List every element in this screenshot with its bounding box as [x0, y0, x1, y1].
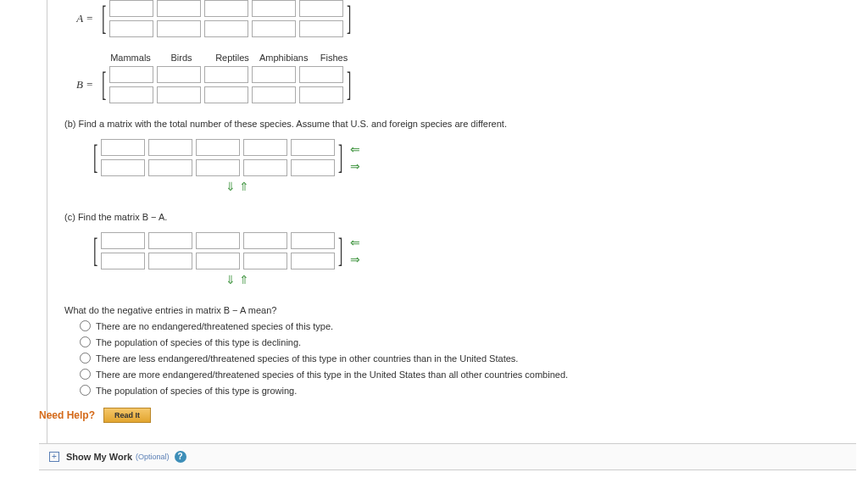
- radio-option-4[interactable]: [80, 385, 91, 396]
- bracket-right-icon: ]: [338, 142, 342, 173]
- matrix-b-cell[interactable]: [204, 66, 248, 83]
- matrix-b-row: B = [: [64, 66, 860, 103]
- radio-label: There are less endangered/threatened spe…: [96, 353, 518, 364]
- header-fishes: Fishes: [310, 53, 358, 63]
- bracket-left-icon: [: [93, 236, 97, 266]
- matrix-a: [: [98, 0, 355, 37]
- matrix-a-row: A = [: [64, 0, 860, 37]
- matrix-partb: [: [90, 139, 347, 176]
- matrix-partb-cell[interactable]: [196, 139, 240, 156]
- matrix-partc-cell[interactable]: [196, 253, 240, 269]
- matrix-partc-cell[interactable]: [291, 232, 335, 249]
- matrix-a-cell[interactable]: [252, 0, 296, 17]
- matrix-partc-cell[interactable]: [101, 253, 145, 269]
- show-my-work-bar[interactable]: + Show My Work (Optional) ?: [39, 443, 856, 470]
- matrix-a-cell[interactable]: [299, 0, 343, 17]
- help-icon[interactable]: ?: [175, 451, 186, 463]
- matrix-partb-cell[interactable]: [148, 159, 192, 176]
- header-reptiles: Reptiles: [209, 53, 256, 63]
- matrix-b-cell[interactable]: [299, 86, 343, 103]
- arrow-left-icon[interactable]: ⇐: [350, 236, 360, 249]
- bracket-left-icon: [: [102, 69, 106, 100]
- matrix-a-cell[interactable]: [204, 0, 248, 17]
- matrix-a-cell[interactable]: [252, 20, 296, 37]
- matrix-partb-cell[interactable]: [101, 139, 145, 156]
- arrow-up-icon[interactable]: ⇑: [239, 180, 249, 193]
- radio-label: The population of species of this type i…: [96, 337, 301, 347]
- matrix-partb-cell[interactable]: [196, 159, 240, 176]
- matrix-partc-cell[interactable]: [148, 253, 192, 269]
- matrix-partb-cell[interactable]: [148, 139, 192, 156]
- matrix-b-cell[interactable]: [299, 66, 343, 83]
- matrix-b-cell[interactable]: [109, 66, 153, 83]
- radio-label: The population of species of this type i…: [96, 386, 297, 396]
- matrix-b-cell[interactable]: [252, 66, 296, 83]
- matrix-a-label: A =: [64, 12, 93, 25]
- radio-option-2[interactable]: [80, 353, 91, 364]
- header-mammals: Mammals: [107, 53, 154, 63]
- matrix-partc-cell[interactable]: [196, 232, 240, 249]
- matrix-b-cell[interactable]: [204, 86, 248, 103]
- arrow-down-icon[interactable]: ⇓: [225, 273, 236, 286]
- radio-item: The population of species of this type i…: [80, 336, 860, 347]
- arrow-right-icon[interactable]: ⇒: [350, 253, 360, 266]
- matrix-partc-row: [: [90, 232, 860, 269]
- matrix-partb-cell[interactable]: [291, 159, 335, 176]
- radio-option-3[interactable]: [80, 369, 91, 380]
- part-c-prompt: (c) Find the matrix B − A.: [64, 212, 860, 222]
- matrix-b-label: B =: [64, 78, 93, 92]
- matrix-a-cell[interactable]: [109, 0, 153, 17]
- matrix-partc: [: [90, 232, 347, 269]
- arrow-up-icon[interactable]: ⇑: [239, 273, 249, 286]
- arrow-right-icon[interactable]: ⇒: [350, 159, 360, 173]
- need-help-label: Need Help?: [39, 409, 95, 421]
- matrix-b-cell[interactable]: [252, 86, 296, 103]
- matrix-partb-cell[interactable]: [243, 159, 287, 176]
- matrix-b-cell[interactable]: [157, 66, 201, 83]
- matrix-partc-cell[interactable]: [243, 232, 287, 249]
- matrix-b-cell[interactable]: [109, 86, 153, 103]
- matrix-a-cell[interactable]: [299, 20, 343, 37]
- arrow-down-icon[interactable]: ⇓: [225, 180, 236, 193]
- bracket-right-icon: ]: [338, 236, 342, 266]
- radio-option-1[interactable]: [80, 336, 91, 347]
- show-work-label: Show My Work: [66, 452, 132, 462]
- radio-item: There are no endangered/threatened speci…: [80, 320, 860, 331]
- bracket-right-icon: ]: [347, 3, 351, 34]
- bracket-left-icon: [: [102, 3, 106, 34]
- matrix-partb-cell[interactable]: [101, 159, 145, 176]
- radio-label: There are no endangered/threatened speci…: [96, 321, 333, 331]
- matrix-a-cell[interactable]: [109, 20, 153, 37]
- matrix-a-cell[interactable]: [204, 20, 248, 37]
- show-work-optional: (Optional): [136, 453, 170, 461]
- matrix-partc-cell[interactable]: [148, 232, 192, 249]
- radio-option-0[interactable]: [80, 320, 91, 331]
- header-amphibians: Amphibians: [259, 53, 307, 63]
- bracket-right-icon: ]: [347, 69, 351, 100]
- matrix-a-cell[interactable]: [157, 20, 201, 37]
- expand-icon[interactable]: +: [49, 452, 59, 462]
- matrix-b: [: [98, 66, 355, 103]
- matrix-partb-row: [: [90, 139, 860, 176]
- part-b-prompt: (b) Find a matrix with the total number …: [64, 119, 860, 129]
- matrix-partb-cell[interactable]: [243, 139, 287, 156]
- radio-item: The population of species of this type i…: [80, 385, 860, 396]
- matrix-b-headers: Mammals Birds Reptiles Amphibians Fishes: [107, 53, 860, 63]
- header-birds: Birds: [158, 53, 205, 63]
- bracket-left-icon: [: [93, 142, 97, 173]
- radio-group: There are no endangered/threatened speci…: [80, 320, 860, 396]
- radio-item: There are less endangered/threatened spe…: [80, 353, 860, 364]
- matrix-partc-cell[interactable]: [243, 253, 287, 269]
- radio-item: There are more endangered/threatened spe…: [80, 369, 860, 380]
- need-help-row: Need Help? Read It: [39, 408, 860, 423]
- arrow-left-icon[interactable]: ⇐: [350, 142, 360, 156]
- matrix-a-cell[interactable]: [157, 0, 201, 17]
- radio-label: There are more endangered/threatened spe…: [96, 369, 568, 380]
- matrix-b-cell[interactable]: [157, 86, 201, 103]
- question-prompt: What do the negative entries in matrix B…: [64, 305, 860, 315]
- matrix-partb-cell[interactable]: [291, 139, 335, 156]
- matrix-partc-cell[interactable]: [291, 253, 335, 269]
- read-it-button[interactable]: Read It: [103, 408, 151, 423]
- matrix-partc-cell[interactable]: [101, 232, 145, 249]
